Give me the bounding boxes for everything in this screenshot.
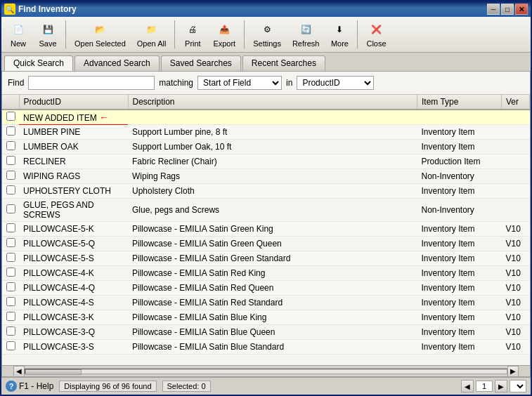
row-description: Support Lumber Oak, 10 ft <box>128 140 417 154</box>
row-checkbox[interactable] <box>6 204 15 213</box>
table-row[interactable]: PILLOWCASE-5-KPillowcase - EMILIA Satin … <box>2 222 530 237</box>
app-icon: 🔍 <box>4 4 15 15</box>
table-row[interactable]: RECLINERFabric Recliner (Chair)Productio… <box>2 154 530 169</box>
table-row[interactable]: PILLOWCASE-5-SPillowcase - EMILIA Satin … <box>2 251 530 266</box>
row-checkbox[interactable] <box>6 171 15 180</box>
print-label: Print <box>185 39 201 48</box>
row-checkbox[interactable] <box>6 282 15 291</box>
close-toolbar-label: Close <box>366 39 386 48</box>
col-header-productid[interactable]: ProductID <box>19 95 128 110</box>
horizontal-scrollbar[interactable]: ◀ ▶ <box>2 365 530 376</box>
nav-next-button[interactable]: ▶ <box>495 380 507 392</box>
settings-icon: ⚙ <box>259 21 275 38</box>
row-ver: V10 <box>502 266 530 281</box>
row-itemtype <box>417 110 502 125</box>
table-row[interactable]: PILLOWCASE-5-QPillowcase - EMILIA Satin … <box>2 237 530 251</box>
refresh-button[interactable]: 🔄 Refresh <box>287 19 325 50</box>
table-row[interactable]: NEW ADDED ITEM ← <box>2 110 530 125</box>
print-button[interactable]: 🖨 Print <box>179 19 207 50</box>
row-checkbox[interactable] <box>6 268 15 277</box>
row-productid: PILLOWCASE-4-Q <box>19 281 128 296</box>
row-checkbox[interactable] <box>6 223 15 232</box>
scrollbar-thumb[interactable] <box>25 369 82 375</box>
row-checkbox[interactable] <box>6 141 15 150</box>
open-all-icon: 📁 <box>143 21 160 38</box>
row-checkbox[interactable] <box>6 253 15 262</box>
more-button[interactable]: ⬇ More <box>325 19 353 50</box>
refresh-label: Refresh <box>292 39 320 48</box>
row-checkbox[interactable] <box>6 126 15 136</box>
tab-advanced-search[interactable]: Advanced Search <box>74 55 160 71</box>
page-select[interactable] <box>510 380 526 392</box>
scroll-left-button[interactable]: ◀ <box>13 366 25 377</box>
main-window: 🔍 Find Inventory ─ □ ✕ 📄 New 💾 Save 📂 Op… <box>0 0 532 396</box>
export-icon: 📤 <box>216 21 233 38</box>
table-row[interactable]: GLUE, PEGS AND SCREWSGlue, pegs and Scre… <box>2 199 530 222</box>
table-row[interactable]: PILLOWCASE-3-QPillowcase - EMILIA Satin … <box>2 325 530 340</box>
row-ver <box>502 184 530 199</box>
row-checkbox-cell <box>2 340 19 355</box>
nav-controls: ◀ 1 ▶ <box>461 380 526 392</box>
table-row[interactable]: UPHOLSTERY CLOTHUpholstery ClothInventor… <box>2 184 530 199</box>
table-row[interactable]: PILLOWCASE-3-SPillowcase - EMILIA Satin … <box>2 340 530 355</box>
close-toolbar-button[interactable]: ❌ Close <box>361 19 391 50</box>
row-description: Pillowcase - EMILIA Satin Green Queen <box>128 237 417 251</box>
row-productid: PILLOWCASE-3-Q <box>19 325 128 340</box>
close-toolbar-icon: ❌ <box>368 21 385 38</box>
table-row[interactable]: PILLOWCASE-4-SPillowcase - EMILIA Satin … <box>2 296 530 310</box>
row-checkbox[interactable] <box>6 185 15 194</box>
row-checkbox-cell <box>2 125 19 140</box>
row-checkbox[interactable] <box>6 297 15 306</box>
row-itemtype: Inventory Item <box>417 140 502 154</box>
row-itemtype: Production Item <box>417 154 502 169</box>
row-itemtype: Inventory Item <box>417 281 502 296</box>
row-description: Pillowcase - EMILIA Satin Blue Standard <box>128 340 417 355</box>
row-checkbox[interactable] <box>6 341 15 350</box>
row-productid: GLUE, PEGS AND SCREWS <box>19 199 128 222</box>
col-header-description[interactable]: Description <box>128 95 417 110</box>
row-ver: V10 <box>502 237 530 251</box>
tab-saved-searches[interactable]: Saved Searches <box>161 55 241 71</box>
table-row[interactable]: PILLOWCASE-4-QPillowcase - EMILIA Satin … <box>2 281 530 296</box>
toolbar-sep-1 <box>65 20 66 48</box>
table-row[interactable]: PILLOWCASE-4-KPillowcase - EMILIA Satin … <box>2 266 530 281</box>
row-itemtype: Inventory Item <box>417 222 502 237</box>
row-checkbox[interactable] <box>6 238 15 247</box>
new-label: New <box>11 39 26 48</box>
col-header-ver[interactable]: Ver <box>502 95 530 110</box>
save-button[interactable]: 💾 Save <box>34 19 62 50</box>
table-row[interactable]: LUMBER PINESupport Lumber pine, 8 ftInve… <box>2 125 530 140</box>
field-select[interactable]: ProductID Description Item Type <box>297 76 374 90</box>
tab-recent-searches[interactable]: Recent Searches <box>242 55 325 71</box>
minimize-button[interactable]: ─ <box>487 4 500 15</box>
open-all-button[interactable]: 📁 Open All <box>132 19 171 50</box>
matching-select[interactable]: Start of Field Any Part of Field Whole F… <box>197 76 282 90</box>
row-checkbox[interactable] <box>6 112 15 121</box>
table-row[interactable]: PILLOWCASE-3-KPillowcase - EMILIA Satin … <box>2 310 530 325</box>
row-checkbox[interactable] <box>6 156 15 165</box>
row-itemtype: Inventory Item <box>417 340 502 355</box>
table-row[interactable]: WIPING RAGSWiping RagsNon-Inventory <box>2 169 530 184</box>
search-input[interactable] <box>28 76 155 90</box>
row-ver <box>502 140 530 154</box>
settings-button[interactable]: ⚙ Settings <box>248 19 286 50</box>
table-row[interactable]: LUMBER OAKSupport Lumber Oak, 10 ftInven… <box>2 140 530 154</box>
maximize-button[interactable]: □ <box>501 4 514 15</box>
new-button[interactable]: 📄 New <box>4 19 32 50</box>
row-checkbox[interactable] <box>6 312 15 321</box>
titlebar-buttons: ─ □ ✕ <box>487 4 528 15</box>
row-ver: V10 <box>502 340 530 355</box>
more-label: More <box>331 39 349 48</box>
col-header-itemtype[interactable]: Item Type <box>417 95 502 110</box>
row-checkbox[interactable] <box>6 326 15 336</box>
scroll-right-button[interactable]: ▶ <box>507 366 519 377</box>
export-button[interactable]: 📤 Export <box>208 19 240 50</box>
row-description: Pillowcase - EMILIA Satin Green King <box>128 222 417 237</box>
nav-prev-button[interactable]: ◀ <box>461 380 474 392</box>
table-wrapper[interactable]: ProductID Description Item Type Ver NEW … <box>2 95 530 365</box>
close-button[interactable]: ✕ <box>515 4 528 15</box>
open-selected-button[interactable]: 📂 Open Selected <box>70 19 131 50</box>
tab-quick-search[interactable]: Quick Search <box>4 55 73 71</box>
find-label: Find <box>8 78 24 88</box>
in-label: in <box>286 78 292 88</box>
